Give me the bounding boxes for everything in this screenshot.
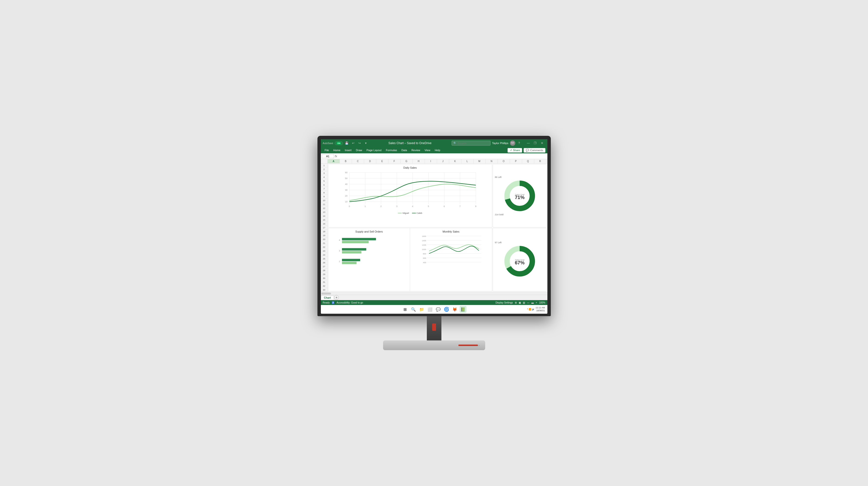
menu-review[interactable]: Review — [410, 148, 422, 152]
monitor-bezel: AutoSave ON 💾 ↩ ↪ ▾ Sales Chart – Saved … — [317, 136, 551, 316]
add-sheet-button[interactable]: + — [334, 295, 339, 300]
col-N[interactable]: N — [486, 159, 498, 163]
row-1[interactable]: 1 — [321, 164, 328, 167]
page-layout-icon[interactable]: ▦ — [519, 301, 521, 304]
col-O[interactable]: O — [498, 159, 510, 163]
row-25[interactable]: 25 — [321, 257, 328, 261]
row-18[interactable]: 18 — [321, 230, 328, 233]
taskbar-start[interactable]: ⊞ — [402, 306, 409, 313]
row-4[interactable]: 4 — [321, 175, 328, 179]
col-D[interactable]: D — [364, 159, 376, 163]
display-settings[interactable]: Display Settings — [495, 301, 513, 304]
col-M[interactable]: M — [473, 159, 486, 163]
col-L[interactable]: L — [461, 159, 473, 163]
col-B[interactable]: B — [340, 159, 352, 163]
taskbar-clock[interactable]: 11:11 AM 10/30/21 — [535, 306, 545, 312]
row-17[interactable]: 17 — [321, 226, 328, 230]
row-22[interactable]: 22 — [321, 245, 328, 249]
cell-reference[interactable] — [322, 154, 334, 158]
zoom-slider[interactable]: ▬ — [531, 301, 534, 304]
menu-file[interactable]: File — [323, 148, 331, 152]
col-P[interactable]: P — [510, 159, 522, 163]
row-28[interactable]: 28 — [321, 268, 328, 272]
taskbar-search[interactable]: 🔍 — [410, 306, 417, 313]
row-29[interactable]: 29 — [321, 272, 328, 276]
taskbar-firefox[interactable]: 🦊 — [452, 306, 458, 313]
row-8[interactable]: 8 — [321, 191, 328, 195]
legend-caleb-line — [412, 213, 416, 213]
col-R[interactable]: R — [534, 159, 547, 163]
row-15[interactable]: 15 — [321, 218, 328, 222]
redo-icon[interactable]: ↪ — [357, 141, 362, 145]
col-S[interactable]: S — [547, 159, 548, 163]
row-13[interactable]: 13 — [321, 210, 328, 214]
comments-button[interactable]: 💬 Comments — [524, 148, 545, 153]
row-9[interactable]: 9 — [321, 195, 328, 198]
col-I[interactable]: I — [425, 159, 437, 163]
dropdown-icon[interactable]: ▾ — [363, 141, 368, 145]
row-11[interactable]: 11 — [321, 202, 328, 206]
taskbar-widgets[interactable]: ⬜ — [427, 306, 433, 313]
menu-view[interactable]: View — [423, 148, 432, 152]
menu-insert[interactable]: Insert — [343, 148, 354, 152]
menu-data[interactable]: Data — [399, 148, 409, 152]
menu-home[interactable]: Home — [331, 148, 342, 152]
col-C[interactable]: C — [352, 159, 364, 163]
normal-view-icon[interactable]: ⊞ — [515, 301, 517, 304]
zoom-out-icon[interactable]: — — [527, 301, 529, 304]
restore-button[interactable]: ❐ — [532, 141, 539, 145]
taskbar-edge[interactable]: 🌀 — [443, 306, 450, 313]
help-icon[interactable]: ? — [517, 141, 522, 145]
menu-help[interactable]: Help — [433, 148, 442, 152]
col-K[interactable]: K — [449, 159, 461, 163]
minimize-button[interactable]: — — [525, 141, 532, 145]
horizontal-scrollbar[interactable] — [321, 292, 548, 295]
row-10[interactable]: 10 — [321, 198, 328, 202]
formula-input[interactable] — [338, 155, 547, 158]
row-14[interactable]: 14 — [321, 214, 328, 218]
taskbar-excel[interactable]: 📗 — [460, 306, 466, 313]
menu-formulas[interactable]: Formulas — [384, 148, 399, 152]
col-Q[interactable]: Q — [522, 159, 534, 163]
row-5[interactable]: 5 — [321, 179, 328, 183]
menu-pagelayout[interactable]: Page Layout — [365, 148, 383, 152]
row-30[interactable]: 30 — [321, 276, 328, 280]
sheet-tab-chart[interactable]: Chart — [321, 295, 334, 300]
row-33[interactable]: 33 — [321, 288, 328, 292]
taskbar-teams[interactable]: 💬 — [435, 306, 442, 313]
row-26[interactable]: 26 — [321, 261, 328, 265]
row-19[interactable]: 19 — [321, 233, 328, 237]
share-icon: ↗ — [510, 149, 512, 152]
search-input[interactable] — [452, 141, 491, 145]
share-button[interactable]: ↗ Share — [507, 148, 522, 153]
col-G[interactable]: G — [401, 159, 413, 163]
close-button[interactable]: ✕ — [539, 141, 546, 145]
col-J[interactable]: J — [437, 159, 449, 163]
col-E[interactable]: E — [376, 159, 389, 163]
row-2[interactable]: 2 — [321, 167, 328, 171]
undo-icon[interactable]: ↩ — [351, 141, 355, 145]
row-7[interactable]: 7 — [321, 187, 328, 191]
row-21[interactable]: 21 — [321, 241, 328, 245]
row-20[interactable]: 20 — [321, 237, 328, 241]
col-H[interactable]: H — [413, 159, 425, 163]
row-6[interactable]: 6 — [321, 183, 328, 187]
col-A[interactable]: A — [328, 159, 340, 163]
scrollbar-thumb[interactable] — [321, 293, 331, 294]
row-32[interactable]: 32 — [321, 284, 328, 288]
row-23[interactable]: 23 — [321, 249, 328, 253]
row-12[interactable]: 12 — [321, 206, 328, 210]
autosave-toggle[interactable]: ON — [335, 141, 343, 145]
row-27[interactable]: 27 — [321, 265, 328, 268]
row-31[interactable]: 31 — [321, 280, 328, 284]
menu-draw[interactable]: Draw — [354, 148, 364, 152]
page-break-icon[interactable]: ▧ — [523, 301, 525, 304]
col-F[interactable]: F — [389, 159, 401, 163]
taskbar-files[interactable]: 📁 — [418, 306, 425, 313]
zoom-in-icon[interactable]: + — [536, 301, 537, 304]
row-16[interactable]: 16 — [321, 222, 328, 226]
row-3[interactable]: 3 — [321, 171, 328, 175]
row-24[interactable]: 24 — [321, 253, 328, 257]
bottom-left-area: Supply and Sell Orders 4 3 2 — [328, 228, 492, 291]
save-icon[interactable]: 💾 — [344, 141, 349, 145]
